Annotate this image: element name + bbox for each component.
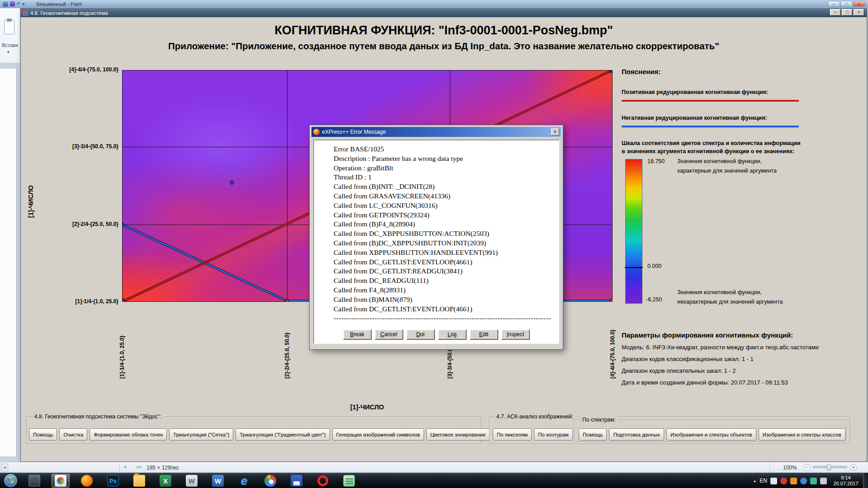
taskbar-item-word-2003[interactable]: W [183, 474, 201, 488]
edit-button[interactable]: Edit [470, 329, 498, 340]
start-button[interactable] [4, 474, 17, 487]
tray-antivirus-icon[interactable] [780, 478, 787, 484]
symbol-images-button[interactable]: Генерация изображений символов [332, 428, 424, 441]
tray-update-icon[interactable] [790, 478, 797, 484]
triangulation-gradient-button[interactable]: Триангуляция ("Градиентный цвет") [236, 428, 330, 441]
taskbar-item-paint[interactable] [52, 474, 70, 488]
spectra-group-label: По спектрам: [580, 417, 618, 423]
clipboard-paste-icon[interactable] [4, 20, 14, 34]
error-line: Called from DC_GETLIST:READGUI(3841) [334, 267, 559, 276]
page-title: КОГНИТИВНАЯ ФУНКЦИЯ: "Inf3-0001-0001-Pos… [20, 23, 867, 38]
by-contours-button[interactable]: По контурам [534, 428, 572, 441]
show-desktop-button[interactable] [863, 473, 868, 488]
x-axis-title: [1]-ЧИСЛО [331, 404, 403, 411]
paint-minimize-button[interactable]: ─ [828, 1, 840, 7]
app-minimize-button[interactable]: ─ [830, 9, 841, 16]
system-tray: ▲ EN 9:14 20.07.2017 [753, 473, 862, 488]
data-point [285, 299, 289, 302]
taskbar-item-explorer[interactable] [130, 474, 148, 488]
page-subtitle: Приложение: "Приложение, созданное путем… [20, 41, 867, 52]
app-titlebar[interactable]: 4.8. Геокогнитивная подсистема [21, 9, 867, 17]
taskbar-item-ie[interactable]: e [235, 474, 253, 488]
taskbar-item-opera[interactable] [314, 474, 332, 488]
paste-dropdown-icon[interactable]: ▾ [7, 50, 9, 54]
spectra-help-button[interactable]: Помощь [579, 428, 607, 441]
by-pixels-button[interactable]: По пикселям [493, 428, 532, 441]
data-point [230, 181, 234, 184]
excel-icon: X [160, 475, 171, 487]
clear-button[interactable]: Очистка [59, 428, 87, 441]
folder-icon [133, 475, 145, 487]
error-line: Called from (B)DC_XBPPUSHBUTTON:INIT(203… [334, 239, 559, 248]
language-indicator[interactable]: EN [760, 478, 767, 484]
taskbar-item-firefox[interactable] [78, 474, 96, 488]
error-line: Called from DC_XBPPUSHBUTTON:ACTION(2503… [334, 229, 559, 239]
tray-skype-icon[interactable] [800, 478, 807, 484]
class-spectra-button[interactable]: Изображения и спектры классов [759, 428, 845, 441]
show-hidden-icons-button[interactable]: ▲ [753, 479, 756, 483]
qat-dropdown-icon[interactable]: ▾ [22, 1, 24, 7]
tray-volume-icon[interactable] [820, 478, 827, 484]
taskbar-item-chrome[interactable] [261, 474, 279, 488]
express-icon [313, 129, 320, 135]
log-button[interactable]: Log [438, 329, 467, 340]
taskbar-clock[interactable]: 9:14 20.07.2017 [830, 475, 862, 487]
paint-close-button[interactable]: × [853, 1, 865, 7]
internet-explorer-icon: e [238, 475, 250, 487]
zoom-slider-thumb[interactable] [827, 465, 831, 470]
taskbar-item-photoshop[interactable]: Ps [104, 474, 122, 488]
break-button[interactable]: Break [343, 329, 372, 340]
app-maximize-button[interactable]: □ [842, 9, 853, 16]
app-icon [23, 10, 28, 16]
taskbar-item-save[interactable] [288, 474, 306, 488]
error-line: Called from LC_COGNFUN(30316) [334, 201, 559, 211]
error-line: Called from (B)F4_8(28904) [334, 220, 559, 229]
error-dialog: eXPress++ Error Message × Error BASE/102… [310, 125, 563, 349]
color-zoning-button[interactable]: Цветовое зонирование [426, 428, 490, 441]
statusbar-divider [769, 464, 770, 472]
taskbar-item-word[interactable]: W [209, 474, 227, 488]
x-axis-label: [4]-4/4-{75.0, 100.0} [609, 329, 616, 379]
scroll-left-button[interactable]: ◄ [1, 464, 8, 471]
taskbar-item-notes[interactable] [340, 474, 358, 488]
taskbar-item-excel[interactable]: X [156, 474, 175, 488]
zoom-in-button[interactable]: + [850, 464, 857, 471]
error-dialog-titlebar[interactable]: eXPress++ Error Message × [311, 127, 561, 137]
system-app-icon [28, 475, 40, 487]
geocognitive-group-label: 4.8. Геокогнитивная подсистема системы "… [33, 413, 163, 420]
ask-analysis-buttons: По пикселям По контурам [493, 428, 573, 441]
data-preparation-button[interactable]: Подготовка данных [609, 428, 664, 441]
triangulation-grid-button[interactable]: Триангуляция ("Сетка") [169, 428, 233, 441]
x-axis-label: [2]-2/4-{25.0, 50.0} [283, 333, 291, 379]
class-scale-range: Диапазон кодов классификационных шкал: 1… [622, 356, 754, 362]
tray-input-icon[interactable] [770, 478, 777, 484]
cancel-button[interactable]: Cancel [375, 329, 403, 340]
error-line: Description : Parameter has a wrong data… [334, 154, 559, 164]
selection-size-icon: ▭ [137, 464, 141, 470]
error-dialog-buttons: Break Cancel Dot Log Edit Inspect [314, 329, 559, 340]
scale-caption-line1: Шкала соответствия цветов спектра и коли… [622, 140, 801, 146]
scale-max-value: 18.750 [647, 158, 665, 164]
scale-min-value: -6.250 [646, 296, 662, 303]
point-cloud-button[interactable]: Формирование облака точек [90, 428, 167, 441]
error-dialog-title: eXPress++ Error Message [322, 129, 551, 135]
inspect-button[interactable]: Inspect [501, 329, 530, 340]
dot-button[interactable]: Dot [406, 329, 435, 340]
zoom-out-button[interactable]: − [804, 464, 811, 471]
word-icon: W [212, 475, 224, 487]
geocognitive-buttons: Помощь Очистка Формирование облака точек… [29, 428, 490, 441]
undo-icon[interactable]: ↶ [17, 1, 20, 7]
help-button[interactable]: Помощь [29, 428, 57, 441]
legend-title: Пояснения: [622, 68, 660, 75]
zoom-level-value: 100% [783, 465, 797, 471]
selection-size-value: 185 × 129пкс [146, 465, 179, 471]
save-icon[interactable] [10, 1, 15, 6]
taskbar-item-system[interactable] [25, 474, 43, 488]
tray-sync-icon[interactable] [810, 478, 817, 484]
dialog-close-button[interactable]: × [551, 128, 559, 136]
paint-maximize-button[interactable]: □ [840, 1, 853, 7]
zoom-slider[interactable] [813, 466, 847, 468]
error-line: Called from DC_READGUI(111) [334, 276, 559, 286]
object-spectra-button[interactable]: Изображения и спектры объектов [666, 428, 756, 441]
app-close-button[interactable]: × [854, 9, 864, 16]
